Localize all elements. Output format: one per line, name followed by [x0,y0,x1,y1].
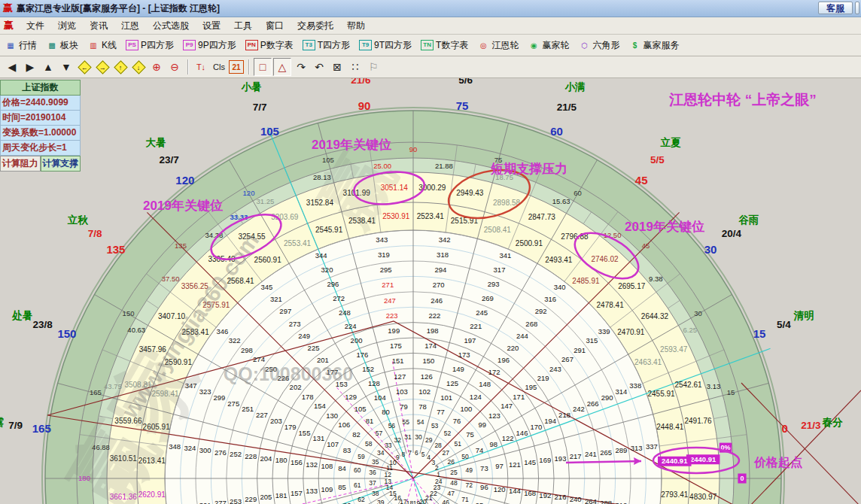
integer-label: 240 [570,495,582,503]
integer-label: 3 [432,459,436,466]
calc-resistance-button[interactable]: 计算阻力 [0,156,41,172]
toolbar-item-P四方形[interactable]: PSP四方形 [121,39,178,52]
diamond-up-icon[interactable]: ↑ [112,59,129,75]
integer-label: 171 [513,393,525,401]
toolbar-item-K线[interactable]: ▥K线 [83,39,121,52]
cls-icon[interactable]: Cls [211,59,227,75]
integer-label: 340 [554,283,566,291]
integer-label: 299 [213,393,225,402]
integer-label: 34 [377,449,385,457]
integer-label: 100 [460,405,472,413]
forward-icon[interactable]: ▶ [22,59,38,75]
flag-icon[interactable]: ⚐ [365,59,382,75]
toolbar-item-板块[interactable]: ▩板块 [41,39,83,52]
eye-title: 江恩轮中轮 “上帝之眼” [668,92,816,108]
menu-item-1[interactable]: 浏览 [51,18,83,34]
toolbar-item-9P四方形[interactable]: P99P四方形 [178,39,241,52]
integer-label: 205 [260,493,272,501]
window-title: 赢家江恩专业版[赢家服务平台] - [上证指数 江恩轮] [17,2,220,15]
toolbar-label: 六角形 [592,39,619,52]
integer-label: 6 [415,449,418,457]
zoom-in-icon[interactable]: ⊕ [148,59,165,75]
integer-label: 224 [345,322,357,330]
integer-label: 144 [509,487,521,495]
integer-label: 125 [446,379,458,387]
menu-item-4[interactable]: 公式选股 [146,18,196,34]
percent-ring-label: 15.63 [552,197,570,205]
integer-label: 126 [421,372,433,381]
rotate-cw-icon[interactable]: ↷ [293,59,309,75]
toolbar-item-T数字表[interactable]: TNT数字表 [416,39,473,52]
toolbar-label: T四方形 [318,39,350,52]
integer-label: 294 [434,266,446,274]
back-icon[interactable]: ◀ [4,59,20,75]
center-icon[interactable]: ∷ [347,59,364,75]
menu-item-9[interactable]: 帮助 [340,18,372,34]
t-updown-icon[interactable]: T↓ [193,59,209,75]
triangle-tool-icon[interactable]: △ [273,58,291,76]
calc-support-button[interactable]: 计算支撑 [41,156,81,172]
integer-label: 146 [516,429,528,437]
integer-label: 38 [372,490,379,497]
integer-label: 342 [439,235,451,244]
toolbar-item-P数字表[interactable]: PNP数字表 [241,39,298,52]
integer-label: 103 [396,387,408,396]
blocks-icon: ▩ [46,40,58,50]
integer-label: 270 [433,281,445,289]
fit-icon[interactable]: ⊠ [329,59,345,75]
menu-item-7[interactable]: 窗口 [259,18,291,34]
down-arrow-icon[interactable]: ▼ [58,59,75,75]
toolbar-label: K线 [102,39,117,52]
price-inner-ring-label: 2493.41 [545,256,573,264]
menu-item-5[interactable]: 设置 [196,18,227,34]
integer-label: 2 [435,464,439,472]
customer-service-button[interactable]: 客服 [818,2,853,14]
toolbar-item-赢家轮[interactable]: ◉赢家轮 [523,39,573,52]
integer-label: 36 [369,469,376,476]
integer-label: 314 [615,387,627,396]
price-outer-ring-label: 2847.73 [528,213,556,221]
diamond-down-icon[interactable]: ↓ [130,59,147,75]
panel-row-2: 变换系数=1.00000 [0,126,81,141]
integer-label: 216 [555,493,567,501]
integer-label: 35 [372,458,379,466]
rect-tool-icon[interactable]: □ [254,58,272,76]
integer-label: 47 [448,490,455,497]
solar-date-label: 20/4 [722,228,742,239]
integer-label: 133 [306,487,318,495]
menu-item-0[interactable]: 文件 [20,18,51,34]
integer-label: 291 [573,346,586,354]
menu-item-2[interactable]: 资讯 [83,18,114,34]
toolbar-item-江恩轮[interactable]: ◎江恩轮 [473,39,523,52]
toolbar-item-六角形[interactable]: ⬡六角形 [573,39,624,52]
integer-label: 180 [275,456,288,464]
menu-item-6[interactable]: 工具 [227,18,259,34]
calendar-21-icon[interactable]: 21 [229,60,244,74]
integer-label: 318 [437,250,449,259]
toolbar-label: 赢家服务 [643,39,679,52]
percent-ring-label: 3.13 [707,382,721,390]
rotate-ccw-icon[interactable]: ↶ [311,59,327,75]
titlebar-cut-button[interactable] [855,2,859,14]
integer-label: 83 [343,446,351,454]
toolbar-item-9T四方形[interactable]: T99T四方形 [354,39,416,52]
integer-label: 249 [298,332,310,340]
toolbar-item-赢家服务[interactable]: $赢家服务 [624,39,683,52]
degree-ring-label: 90 [409,145,418,153]
diamond-left-icon[interactable]: ← [76,59,93,75]
integer-label: 107 [327,440,339,448]
integer-label: 147 [500,402,513,410]
price-outer-ring-label: 4830.97 [689,493,717,501]
toolbar-item-T四方形[interactable]: T3T四方形 [298,39,354,52]
menu-item-3[interactable]: 江恩 [114,18,146,34]
degree-ring-label: 135 [175,241,187,250]
integer-label: 31 [404,433,412,441]
integer-label: 122 [502,434,514,442]
integer-label: 337 [646,442,658,451]
up-arrow-icon[interactable]: ▲ [40,59,56,75]
menu-item-8[interactable]: 交易委托 [291,18,340,34]
zoom-out-icon[interactable]: ⊖ [166,59,183,75]
toolbar-item-行情[interactable]: ▦行情 [0,39,41,52]
toolbar-label: 江恩轮 [491,39,519,52]
diamond-right-icon[interactable]: → [94,59,111,75]
